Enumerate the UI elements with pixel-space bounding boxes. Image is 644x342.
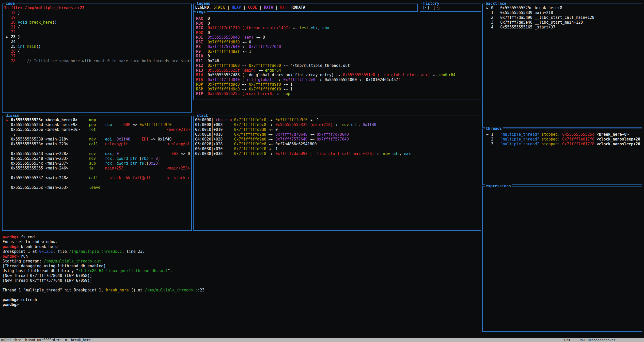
text-segment: {	[18, 25, 20, 29]
text-segment: Thread 1 "multiple_thread" hit Breakpoin…	[3, 288, 106, 292]
terminal-cursor	[21, 303, 21, 307]
code-panel-title: code	[5, 1, 16, 6]
text-segment: 0x55555555534c <main+237>	[4, 161, 68, 166]
disassembly-row: ↓	[4, 132, 191, 137]
text-segment: 0x7fffffffde20	[249, 63, 283, 68]
text-segment	[151, 176, 167, 180]
text-segment: ► 23 }	[4, 35, 20, 39]
text-segment: 0x28	[149, 161, 158, 166]
source-line: In file: /tmp/multiple_threads.c:23	[4, 6, 191, 10]
gdb-console[interactable]: pwndbg> fs cmdFocus set to cmd window.pw…	[3, 235, 480, 307]
status-thread-info: multi-thre Thread 0x7ffff7d797 In: break…	[0, 338, 91, 342]
console-line	[3, 283, 480, 288]
source-line: ► 23 }	[4, 35, 191, 39]
disassembly-row: 0x55555555533e <main+223> call usleep@pl…	[4, 142, 191, 147]
source-line: 25 int main()	[4, 44, 191, 49]
text-segment: /lib/x86_64-linux-gnu/libthread_db.so.1	[78, 269, 168, 273]
text-segment: rdx	[105, 161, 112, 166]
text-segment: |	[257, 5, 264, 10]
text-segment: 25	[4, 44, 18, 49]
text-segment	[539, 142, 542, 146]
text-segment: ,	[318, 26, 322, 30]
disassembly-view: ► 0x55555555525c <break_here+8> nop 0x55…	[3, 116, 191, 230]
text-segment	[96, 137, 105, 142]
text-segment: 27	[4, 54, 15, 58]
source-code-view: In file: /tmp/multiple_threads.c:23 18 }…	[3, 4, 191, 112]
text-segment: ,	[358, 122, 363, 127]
text-segment: 0x55555555535c <main+253>	[4, 185, 68, 190]
text-segment: endbr64	[265, 68, 281, 73]
backtrace-panel-title: backtrace	[485, 1, 507, 6]
text-segment: 8	[208, 54, 210, 58]
source-line: 18 }	[4, 10, 191, 15]
text-segment: 0x7fffffffd9c0	[208, 87, 242, 91]
text-segment: 0x555555558040 (sem)	[208, 35, 256, 40]
text-segment: 0x7fffffffd9f0	[139, 122, 171, 127]
threads-panel-title: threads	[485, 126, 503, 131]
text-segment: |	[285, 5, 291, 10]
text-segment	[93, 166, 105, 170]
text-segment: DATA	[264, 5, 273, 10]
text-segment: R9	[196, 49, 208, 54]
stack-panel-title: stack	[196, 113, 209, 118]
text-segment: stopped:	[542, 132, 562, 137]
source-line: 20 void break_here()	[4, 20, 191, 25]
text-segment	[96, 122, 105, 127]
code-panel: code In file: /tmp/multiple_threads.c:23…	[2, 4, 192, 113]
text-segment: 0x1f40	[363, 122, 376, 127]
console-line: Breakpoint 1 at 0x125c: file /tmp/multip…	[3, 249, 480, 254]
source-line: 27	[4, 54, 191, 59]
text-segment: ◂—	[276, 91, 283, 96]
text-segment: <main+218>	[167, 127, 190, 132]
text-segment: qword ptr	[117, 156, 137, 161]
text-segment: : file	[53, 249, 69, 254]
text-segment: 0x7ffff7ffd040 (_rtld_global)	[208, 77, 276, 82]
text-segment	[25, 44, 27, 49]
thread-row: ► 1 "multiple_thread" stopped: 0x5555555…	[484, 132, 642, 137]
thread-row: 3 "multiple_thread" stopped: 0x7ffff7e61…	[484, 142, 642, 147]
text-segment: -	[149, 156, 155, 161]
text-segment: EAX	[171, 151, 178, 156]
text-segment: "multiple_thread"	[500, 137, 539, 142]
text-segment: —▸ 0x555555554000 ◂— 0x10102464c457f	[318, 77, 400, 82]
text-segment: ,	[399, 151, 404, 156]
text-segment: rbp	[142, 156, 149, 161]
text-segment: [	[137, 156, 142, 161]
text-segment: <__stack_c	[167, 176, 190, 180]
disassembly-row: 0x555555555348 <main+233> mov rdx, qword…	[4, 156, 191, 161]
text-segment: In file: /tmp/multiple_threads.c:23	[4, 6, 84, 10]
text-segment: CODE	[248, 5, 257, 10]
text-segment: qword ptr	[117, 161, 137, 166]
text-segment	[4, 147, 6, 151]
disassembly-row: 0x555555555355 <main+246> je main+253 <m…	[4, 166, 191, 171]
text-segment: 4 0x555555555165 _start+37	[484, 25, 555, 29]
text-segment: ◂—	[242, 44, 249, 49]
text-segment: <break_here+8>	[597, 132, 629, 137]
stack-row: 05:0028│+028 0x7fffffffd9e8 ◂— 0xf7a4866…	[195, 142, 481, 147]
text-segment: 0x7fffffffd9f0	[249, 87, 283, 91]
text-segment: EDI	[142, 137, 149, 142]
register-row: R14 0x555555557d88 (__do_global_dtors_au…	[196, 73, 481, 77]
text-segment: RSI	[196, 40, 208, 44]
registers-view: RAX 0RBX 0RCX 0x7ffff7e11219 (pthread_cr…	[194, 12, 481, 100]
text-segment: mov	[342, 122, 349, 127]
text-segment: ◂—	[310, 132, 317, 137]
text-segment: test	[299, 26, 308, 30]
text-segment: => 0x1f40	[149, 137, 171, 142]
backtrace-frame-row: 3 0x7ffff7da5e40 __libc_start_main+128	[484, 20, 642, 25]
text-segment: RBX	[196, 21, 208, 26]
register-row: RBX 0	[196, 21, 481, 26]
text-segment: sub	[89, 161, 96, 166]
text-segment: break_here	[106, 288, 129, 292]
text-segment: fs cmd	[21, 235, 35, 239]
thread-row: 2 "multiple_thread" stopped: 0x7ffff7e61…	[484, 137, 642, 142]
text-segment	[112, 122, 123, 127]
text-segment: 20	[4, 20, 18, 25]
text-segment: ,	[112, 137, 116, 142]
text-segment: [Thread debugging using libthread_db ena…	[3, 264, 106, 268]
text-segment: 07:0038│+038	[195, 151, 234, 156]
text-segment: pop	[89, 122, 96, 127]
text-segment: ,	[112, 156, 116, 161]
text-segment	[27, 20, 29, 25]
text-segment: ◂—	[292, 26, 299, 30]
